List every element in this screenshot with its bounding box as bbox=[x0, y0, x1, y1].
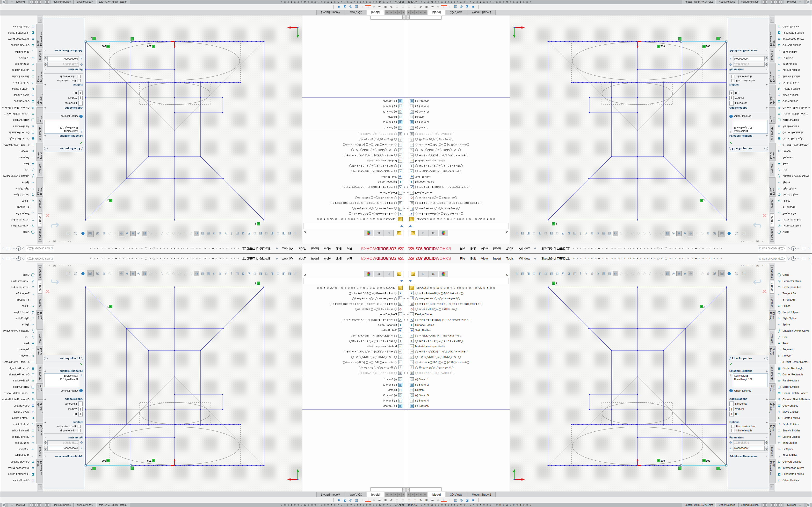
commandmanager-tab[interactable]: Evaluate bbox=[770, 331, 774, 345]
motionmanager-icon[interactable]: ◻ bbox=[400, 498, 406, 502]
toolbar-icon[interactable]: ▨ bbox=[200, 231, 205, 236]
sketch-tool-item[interactable]: ◫ Mirror Entities bbox=[0, 117, 37, 123]
search-icon[interactable] bbox=[29, 258, 31, 260]
tab-propertymanager[interactable]: ⌸ bbox=[418, 271, 428, 277]
add-relation-button[interactable]: ⚓ Fix bbox=[43, 90, 84, 95]
sketch-tool-item[interactable]: ⊔ Convert Entities bbox=[775, 42, 812, 49]
sketch-tool-item[interactable]: ▱ Parallelogram bbox=[775, 123, 812, 130]
toolbar-icon[interactable]: ◍ bbox=[217, 271, 222, 276]
toolbar-icon[interactable]: ◫ bbox=[235, 271, 240, 276]
parameter-input[interactable]: 0.00000000° bbox=[47, 446, 79, 451]
footer-scroll-button[interactable]: ◂ bbox=[406, 488, 410, 492]
add-relation-button[interactable]: ⚓ Fix bbox=[728, 90, 769, 95]
toolbar-icon[interactable]: ◌ bbox=[165, 231, 170, 236]
sketch-tool-item[interactable]: ↗ Scale Entities bbox=[0, 80, 37, 86]
sketch-tool-item[interactable]: ◠ Centerpoint Arc bbox=[775, 217, 812, 223]
toolbar-icon[interactable]: ◩ bbox=[560, 231, 566, 236]
commandmanager-tab[interactable]: Sheet Metal bbox=[769, 143, 775, 161]
search-icon[interactable] bbox=[781, 258, 783, 260]
toolbar-icon[interactable]: ▣ bbox=[718, 231, 725, 237]
motionmanager-icon[interactable]: ◫ bbox=[354, 5, 359, 9]
ok-button[interactable]: ✔ bbox=[728, 361, 769, 368]
tree-row[interactable]: ▶ ↑ ◯ И∘◎∘∙◎◯∘◯◎∙∘◎∘И◯ bbox=[302, 137, 406, 142]
minimize-button[interactable]: – bbox=[796, 257, 801, 260]
panel-flyout-arrow[interactable]: > bbox=[304, 230, 306, 234]
tab-nav-button[interactable]: ◀ bbox=[401, 10, 405, 14]
commandmanager-tab[interactable]: ... bbox=[38, 17, 42, 23]
commandmanager-tab[interactable]: Sheet Metal bbox=[769, 346, 775, 364]
tree-row[interactable]: ▶ ▢ (-) Sketch5 bbox=[302, 109, 406, 114]
toolbar-icon[interactable]: ◻ bbox=[264, 271, 269, 276]
toolbar-icon[interactable]: ◧ bbox=[269, 231, 275, 236]
section-parameters[interactable]: Parameters ∧ bbox=[43, 67, 84, 72]
toolbar-icon[interactable]: ↳ bbox=[583, 231, 589, 236]
sketch-tool-item[interactable]: ⌒ 3 Point Arc bbox=[0, 204, 37, 211]
motionmanager-icon[interactable]: ≣ bbox=[424, 498, 429, 502]
sketch-tool-item[interactable]: ◔ Partial Ellipse bbox=[0, 309, 37, 315]
doc-window-control-icon[interactable]: – bbox=[752, 264, 754, 267]
graphics-area[interactable]: ▭▭–▣× ▯◧◨◻◧◻◧◻◩◪◫↓↳◍◔▤▨◐◌◌◌◌◌╱◦◌◧◔◉◆✛◦◌◍… bbox=[510, 15, 769, 243]
sketch-tool-item[interactable]: ◔ Partial Ellipse bbox=[0, 192, 37, 198]
tree-row[interactable]: ▶ TЯPDL2. ⊙ ≋ ⊙ Ш ⊙ ⊙ ⊙ ✚ ⊙ ⊃⊂ ⊙ ≋ ⊙ ∙ ⊙… bbox=[302, 217, 406, 222]
toolbar-icon[interactable]: ◔ bbox=[211, 231, 217, 236]
tree-row[interactable]: ▶ Σ ◯ ≋ИΦ∘✚Λ∪≋◯∘◯≋∪Λ✚∘ΦИ≋◯ bbox=[302, 163, 406, 169]
toolbar-icon[interactable]: ◪ bbox=[241, 231, 246, 236]
sketch-tool-item[interactable]: ⊞ Linear Sketch Pattern bbox=[0, 111, 37, 117]
sketch-tool-item[interactable]: ↻ Rotate Entities bbox=[775, 415, 812, 421]
doc-window-control-icon[interactable]: ▣ bbox=[53, 264, 56, 267]
toolbar-icon[interactable]: ✛ bbox=[119, 271, 124, 276]
toolbar-icon[interactable]: ◻ bbox=[275, 231, 281, 236]
commandmanager-tab[interactable]: Markup bbox=[770, 49, 774, 62]
toolbar-icon[interactable]: ◔ bbox=[595, 271, 601, 276]
toolbar-icon[interactable]: ▨ bbox=[200, 271, 205, 276]
doc-window-control-icon[interactable]: ▣ bbox=[53, 240, 56, 243]
tree-row[interactable]: ▶ TЯPDL2. ⊙ ≋ ⊙ Ш ⊙ ⊙ ⊙ ✚ ⊙ ⊃⊂ ⊙ ≋ ⊙ ∙ ⊙… bbox=[406, 285, 510, 290]
tree-row[interactable]: ▶ ↑ ◯ И∘◎∘∙◎◯∘◯◎∙∘◎∘И◯ bbox=[302, 365, 406, 370]
tab-nav-button[interactable]: ▶ bbox=[415, 10, 419, 14]
sketch-tool-item[interactable]: ◠ Centerpoint Arc bbox=[0, 284, 37, 290]
sketch-tool-item[interactable]: ⊔ Convert Entities bbox=[0, 42, 37, 49]
sketch-tool-item[interactable]: ◎ Perimeter Circle bbox=[0, 278, 37, 284]
tree-filter-input[interactable] bbox=[408, 223, 508, 229]
sketch-tool-item[interactable]: ◞ Sketch Fillet bbox=[0, 452, 37, 458]
doc-window-control-icon[interactable]: – bbox=[752, 240, 754, 243]
toolbar-icon[interactable]: ▯ bbox=[514, 271, 519, 276]
exit-sketch-icon[interactable]: ↩ bbox=[50, 277, 59, 287]
toolbar-icon[interactable]: ◍ bbox=[101, 231, 107, 236]
toolbar-icon[interactable]: ◻ bbox=[252, 271, 257, 276]
sketch-tool-item[interactable]: ╱ Line bbox=[0, 167, 37, 173]
section-additional-parameters[interactable]: Additional Parameters ∨ bbox=[728, 453, 769, 458]
doc-window-control-icon[interactable]: × bbox=[762, 264, 764, 267]
sketch-tool-item[interactable]: ∅ Ellipse bbox=[775, 198, 812, 204]
toolbar-icon[interactable]: ╱ bbox=[159, 271, 164, 276]
model-tab[interactable]: Model bbox=[428, 492, 445, 497]
sketch-tool-item[interactable]: ◫ Mirror Entities bbox=[775, 117, 812, 123]
exit-sketch-icon[interactable]: ↩ bbox=[753, 220, 762, 230]
doc-window-control-icon[interactable]: ▭ bbox=[741, 240, 744, 243]
toolbar-icon[interactable]: ◨ bbox=[281, 271, 286, 276]
expand-arrow-icon[interactable]: ▶ bbox=[406, 186, 410, 188]
doc-window-control-icon[interactable]: ▣ bbox=[756, 264, 759, 267]
commandmanager-tab[interactable]: Surfaces bbox=[38, 295, 42, 309]
restore-button[interactable] bbox=[802, 247, 805, 250]
motionmanager-icon[interactable]: ◻ bbox=[406, 498, 412, 502]
add-relation-button[interactable]: — Horizontal bbox=[43, 101, 84, 106]
model-tab[interactable]: 3D Views bbox=[446, 10, 467, 15]
sketch-tool-item[interactable]: ∅ Ellipse bbox=[775, 303, 812, 309]
toolbar-icon[interactable]: ◌ bbox=[107, 271, 112, 276]
expand-arrow-icon[interactable]: ▶ bbox=[406, 133, 410, 135]
toolbar-icon[interactable]: ✛ bbox=[119, 231, 124, 236]
toolbar-icon[interactable]: ◌ bbox=[183, 271, 188, 276]
toolbar-icon[interactable]: ▢ bbox=[65, 231, 72, 237]
model-tab[interactable]: Model bbox=[367, 10, 384, 15]
tab-displaymanager[interactable] bbox=[364, 230, 373, 236]
commandmanager-tab[interactable]: Markup bbox=[38, 445, 42, 458]
expand-arrow-icon[interactable]: ▶ bbox=[402, 297, 406, 300]
doc-window-control-icon[interactable]: × bbox=[48, 240, 50, 243]
minimize-button[interactable]: – bbox=[11, 247, 16, 250]
toolbar-icon[interactable]: ╱ bbox=[648, 271, 653, 276]
add-relation-button[interactable]: | Vertical bbox=[43, 406, 84, 412]
toolbar-icon[interactable]: ◉ bbox=[130, 271, 136, 276]
toolbar-icon[interactable]: ◌ bbox=[188, 231, 194, 236]
sketch-tool-item[interactable]: ▣ Center Rectangle bbox=[775, 136, 812, 142]
